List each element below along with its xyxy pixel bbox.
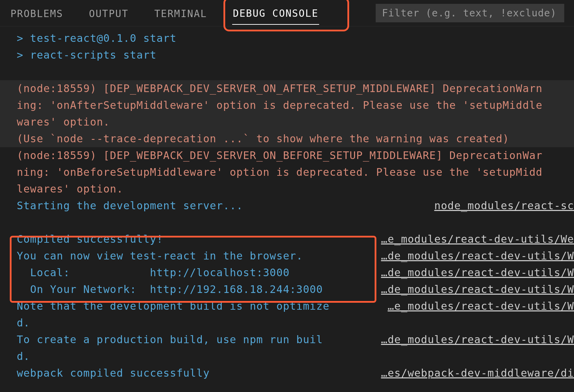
- console-line: ing: 'onAfterSetupMiddleware' option is …: [17, 97, 574, 114]
- source-link[interactable]: …es/webpack-dev-middleware/di: [381, 365, 574, 382]
- tab-debug-console[interactable]: DEBUG CONSOLE: [232, 1, 319, 25]
- tab-output[interactable]: OUTPUT: [88, 2, 129, 24]
- panel-tabs: PROBLEMS OUTPUT TERMINAL DEBUG CONSOLE: [0, 0, 574, 27]
- source-link[interactable]: …e_modules/react-dev-utils/We: [381, 231, 574, 248]
- console-line: wares' option.: [17, 114, 574, 130]
- console-line: You can now view test-react in the brows…: [17, 248, 381, 264]
- source-link[interactable]: …e_modules/react-dev-utils/W: [388, 298, 574, 315]
- console-line: (Use `node --trace-deprecation ...` to s…: [17, 130, 574, 147]
- console-line: d.: [17, 348, 574, 365]
- console-line: webpack compiled successfully: [17, 365, 381, 382]
- console-line: > react-scripts start: [17, 47, 574, 63]
- console-line: (node:18559) [DEP_WEBPACK_DEV_SERVER_ON_…: [17, 147, 574, 164]
- console-line: On Your Network: http://192.168.18.244:3…: [17, 281, 381, 298]
- console-line: Starting the development server...: [17, 197, 434, 214]
- console-line: ning: 'onBeforeSetupMiddleware' option i…: [17, 164, 574, 181]
- source-link[interactable]: …de_modules/react-dev-utils/W: [381, 281, 574, 298]
- tab-terminal[interactable]: TERMINAL: [154, 2, 208, 24]
- console-line: Compiled successfully!: [17, 231, 381, 248]
- debug-console-output[interactable]: > test-react@0.1.0 start > react-scripts…: [0, 27, 574, 382]
- console-line: (node:18559) [DEP_WEBPACK_DEV_SERVER_ON_…: [17, 80, 574, 97]
- source-link[interactable]: …de_modules/react-dev-utils/W: [381, 331, 574, 348]
- source-link[interactable]: node_modules/react-sc: [434, 197, 574, 214]
- console-line: > test-react@0.1.0 start: [17, 30, 574, 47]
- console-line: Local: http://localhost:3000: [17, 264, 381, 281]
- source-link[interactable]: …de_modules/react-dev-utils/W: [381, 248, 574, 264]
- filter-input[interactable]: [376, 4, 564, 22]
- console-line: Note that the development build is not o…: [17, 298, 388, 315]
- tab-problems[interactable]: PROBLEMS: [10, 2, 64, 24]
- console-line: To create a production build, use npm ru…: [17, 331, 381, 348]
- console-line: lewares' option.: [17, 181, 574, 197]
- console-line: d.: [17, 315, 574, 331]
- source-link[interactable]: …de_modules/react-dev-utils/W: [381, 264, 574, 281]
